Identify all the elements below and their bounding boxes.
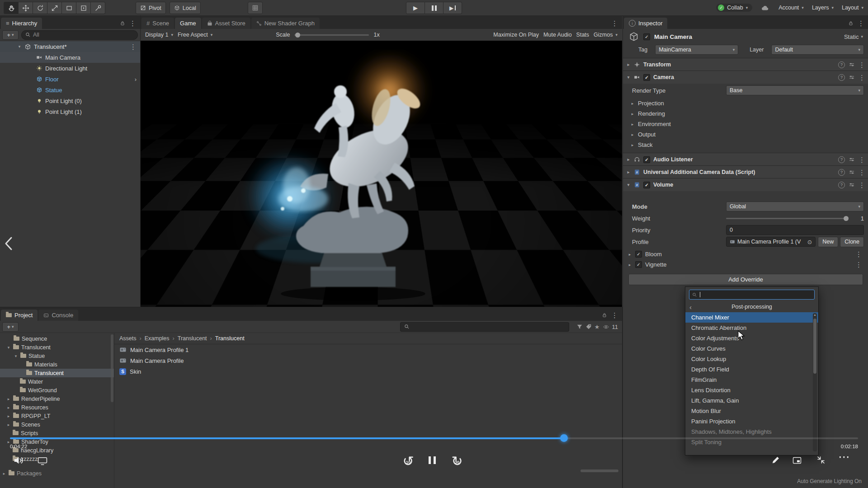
display-mode-button[interactable] <box>37 456 48 465</box>
asset-main-camera-profile-1[interactable]: Main Camera Profile 1 <box>114 344 622 355</box>
more-options-button[interactable]: ⋯ <box>838 450 850 464</box>
scale-slider[interactable] <box>294 34 369 36</box>
kebab-menu-icon[interactable]: ⋮ <box>859 182 865 188</box>
popup-item-shadows-midtones-highlights[interactable]: Shadows, Midtones, Highlights <box>685 427 818 437</box>
cloud-icon[interactable] <box>760 4 770 11</box>
hand-tool-button[interactable] <box>4 2 19 14</box>
account-menu[interactable]: Account ▾ <box>778 5 804 11</box>
progress-knob[interactable] <box>560 434 568 442</box>
pause-playback-button[interactable] <box>429 456 436 464</box>
popup-item-motion-blur[interactable]: Motion Blur <box>685 406 818 416</box>
project-search-input[interactable] <box>400 322 569 332</box>
prefab-arrow-icon[interactable]: › <box>135 76 137 83</box>
foldout-open-icon[interactable]: ▾ <box>626 75 631 80</box>
vignette-override-row[interactable]: ▸ ✓ Vignette ⋮ <box>627 259 864 270</box>
hierarchy-item-directional-light[interactable]: Directional Light <box>0 63 140 74</box>
play-button[interactable]: ▶ <box>406 2 425 14</box>
tree-item-statue[interactable]: ▾Statue <box>0 352 114 360</box>
help-icon[interactable]: ? <box>838 61 845 68</box>
foldout-closed-icon[interactable]: ▸ <box>626 157 631 162</box>
foldout-closed-icon[interactable]: ▸ <box>6 422 11 427</box>
kebab-menu-icon[interactable]: ⋮ <box>611 312 618 319</box>
audio-listener-component-header[interactable]: ▸ ✓ Audio Listener ? ⋮ <box>623 153 868 166</box>
popup-item-channel-mixer[interactable]: Channel Mixer <box>685 312 818 323</box>
transform-tool-button[interactable] <box>76 2 91 14</box>
new-profile-button[interactable]: New <box>818 237 838 247</box>
help-icon[interactable]: ? <box>838 169 845 176</box>
rect-tool-button[interactable] <box>62 2 76 14</box>
tree-item-haecglibrary[interactable]: haecgLibrary <box>0 446 114 455</box>
grid-snapping-button[interactable] <box>248 2 263 14</box>
camera-data-component-header[interactable]: ▸ # Universal Additional Camera Data (Sc… <box>623 165 868 178</box>
popup-item-color-lookup[interactable]: Color Lookup <box>685 354 818 364</box>
move-tool-button[interactable] <box>19 2 33 14</box>
priority-field[interactable]: 0 <box>726 225 864 235</box>
scale-tool-button[interactable] <box>47 2 62 14</box>
popup-item-filmgrain[interactable]: FilmGrain <box>685 375 818 385</box>
lock-icon[interactable] <box>848 20 854 26</box>
tree-item-wetground[interactable]: WetGround <box>0 386 114 394</box>
add-override-button[interactable]: Add Override <box>628 274 863 285</box>
foldout-open-icon[interactable]: ▾ <box>626 183 631 187</box>
filter-by-type-icon[interactable] <box>576 324 583 330</box>
volume-component-header[interactable]: ▾ # ✓ Volume ? ⋮ <box>623 178 868 191</box>
collab-menu[interactable]: ✓ Collab ▾ <box>716 4 752 12</box>
tab-console[interactable]: Console <box>38 310 78 321</box>
tree-item-sequence[interactable]: Sequence <box>0 334 114 343</box>
step-button[interactable]: ▶ <box>443 2 462 14</box>
object-picker-icon[interactable]: ⊙ <box>807 239 812 245</box>
favorites-star-icon[interactable]: ★ <box>594 324 600 330</box>
create-object-button[interactable]: +▾ <box>2 30 19 40</box>
popup-item-lens-distortion[interactable]: Lens Distortion <box>685 385 818 395</box>
pivot-toggle[interactable]: Pivot <box>136 2 166 14</box>
kebab-menu-icon[interactable]: ⋮ <box>611 20 618 27</box>
hierarchy-item-point-light-1[interactable]: Point Light (1) <box>0 106 140 117</box>
weight-slider[interactable] <box>726 218 849 219</box>
local-toggle[interactable]: Local <box>170 2 201 14</box>
scene-row[interactable]: ▾ Translucent* ⋮ <box>0 41 140 52</box>
mode-dropdown[interactable]: Global ▾ <box>726 202 864 211</box>
back-chevron-icon[interactable]: ‹ <box>689 303 692 311</box>
popup-item-color-adjustments[interactable]: Color Adjustments <box>685 333 818 343</box>
layer-dropdown[interactable]: Default ▾ <box>771 45 864 55</box>
progress-track[interactable] <box>10 437 858 439</box>
foldout-closed-icon[interactable]: ▸ <box>6 414 11 418</box>
foldout-closed-icon[interactable]: ▸ <box>2 471 6 476</box>
kebab-menu-icon[interactable]: ⋮ <box>859 74 865 81</box>
camera-component-header[interactable]: ▾ ✓ Camera ? ⋮ <box>623 70 868 84</box>
kebab-menu-icon[interactable]: ⋮ <box>859 61 865 68</box>
tree-item-scripts[interactable]: Scripts <box>0 429 114 437</box>
popup-item-lift-gamma-gain[interactable]: Lift, Gamma, Gain <box>685 395 818 406</box>
tree-item-scenes[interactable]: ▸Scenes <box>0 420 114 429</box>
breadcrumb-translucent[interactable]: Translucent <box>178 335 207 342</box>
tree-item-renderpipeline[interactable]: ▸RenderPipeline <box>0 394 114 403</box>
layers-menu[interactable]: Layers ▾ <box>812 5 834 11</box>
filter-by-label-icon[interactable] <box>585 324 592 330</box>
tree-item-water[interactable]: Water <box>0 377 114 386</box>
render-type-dropdown[interactable]: Base ▾ <box>726 85 864 95</box>
tab-scene[interactable]: # Scene <box>142 18 174 29</box>
profile-object-field[interactable]: Main Camera Profile 1 (V ⊙ <box>726 237 816 247</box>
scale-slider-thumb[interactable] <box>295 33 300 38</box>
popup-item-color-curves[interactable]: Color Curves <box>685 343 818 354</box>
foldout-closed-icon[interactable]: ▸ <box>626 170 631 174</box>
vignette-enabled-checkbox[interactable]: ✓ <box>635 261 642 268</box>
previous-chevron-button[interactable] <box>3 236 14 251</box>
help-icon[interactable]: ? <box>838 156 845 163</box>
tree-item-materials[interactable]: Materials <box>0 360 114 369</box>
lock-icon[interactable] <box>602 312 607 318</box>
help-icon[interactable]: ? <box>838 182 845 188</box>
lock-icon[interactable] <box>120 20 125 26</box>
tab-new-shader-graph[interactable]: New Shader Graph <box>251 18 320 29</box>
rewind-10-button[interactable]: ↺ 10 <box>400 453 417 470</box>
tab-project[interactable]: Project <box>1 310 38 321</box>
static-dropdown[interactable]: Static ▾ <box>844 33 863 40</box>
maximize-on-play-toggle[interactable]: Maximize On Play <box>493 32 539 38</box>
volume-button[interactable] <box>14 455 24 465</box>
popup-item-depth-of-field[interactable]: Depth Of Field <box>685 364 818 375</box>
exit-fullscreen-button[interactable] <box>816 455 826 465</box>
foldout-output[interactable]: ▸Output <box>630 129 864 140</box>
preset-icon[interactable] <box>849 169 854 175</box>
foldout-rendering[interactable]: ▸Rendering <box>630 108 864 119</box>
foldout-environment[interactable]: ▸Environment <box>630 119 864 129</box>
